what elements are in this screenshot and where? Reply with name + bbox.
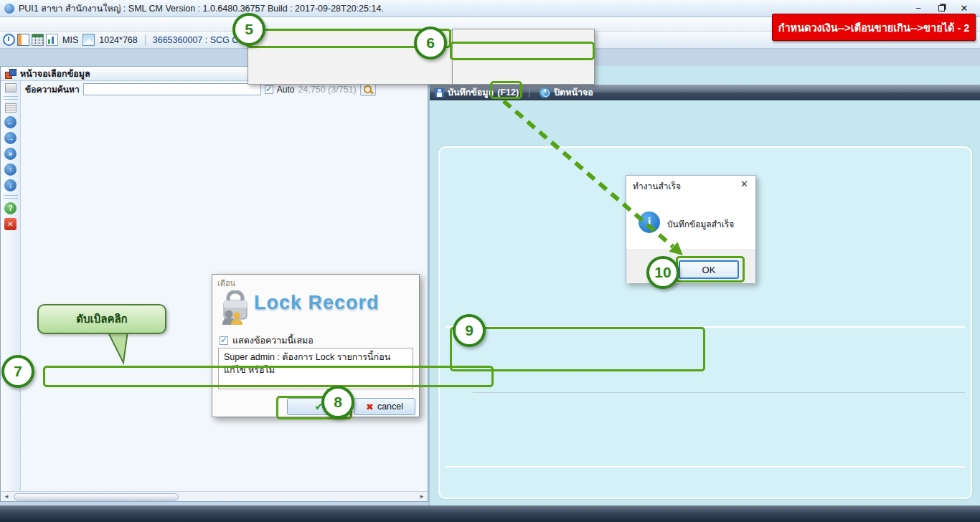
lock-cancel-button[interactable]: ✖cancel: [354, 398, 415, 415]
clock-icon[interactable]: [3, 34, 15, 46]
step-badge-7: 7: [1, 355, 34, 388]
down-icon[interactable]: ↓: [4, 179, 17, 191]
prev-icon[interactable]: ←: [4, 116, 17, 128]
calculator-icon[interactable]: [32, 34, 44, 46]
app-icon: [4, 4, 14, 14]
double-click-tooltip: ดับเบิลคลิก: [37, 304, 166, 334]
toolbar-separator: [145, 34, 146, 46]
panel-title: หน้าจอเลือกข้อมูล: [20, 67, 90, 81]
search-icon: [363, 85, 373, 95]
annotation-box-row: [43, 366, 494, 387]
resolution-label[interactable]: 1024*768: [99, 35, 138, 45]
step-badge-6: 6: [414, 27, 447, 60]
step-badge-10: 10: [646, 256, 679, 289]
minimize-button[interactable]: −: [907, 3, 930, 14]
report-icon[interactable]: [5, 103, 17, 113]
maximize-button[interactable]: [930, 3, 953, 14]
maximize-icon: [938, 5, 945, 11]
lock-dialog-title: เตือน: [217, 277, 235, 290]
annotation-box-ok: [676, 256, 745, 283]
toolbar-divider: [4, 195, 18, 199]
mis-button[interactable]: MIS: [62, 35, 78, 45]
up-icon[interactable]: ↑: [4, 163, 17, 176]
cancel-label: cancel: [377, 402, 403, 412]
step-badge-9: 9: [453, 314, 486, 347]
annotation-box-submenu: [450, 42, 595, 60]
detail-panel: บันทึกข้อมูล (F12) ปิดหน้าจอ: [428, 66, 980, 506]
always-show-row: แสดงข้อความนี้เสมอ: [220, 333, 314, 348]
auto-label: Auto: [277, 85, 295, 95]
more-icon[interactable]: »: [4, 148, 17, 160]
alert-banner: กำหนดวงเงิน-->เตือนขายเกิน-->ขายได้ - 2: [772, 14, 976, 41]
success-message: บันทึกข้อมูลสำเร็จ: [667, 217, 734, 231]
account-label: 3665360007 : SCG Cl: [153, 35, 240, 45]
record-count: 24,750 (3/751): [298, 85, 356, 95]
scroll-left-icon[interactable]: ◄: [1, 493, 12, 500]
status-bar: [0, 506, 980, 522]
always-show-checkbox[interactable]: [220, 336, 228, 345]
mis-chart-icon[interactable]: [46, 34, 58, 46]
window-title: PUI1 สาขา สำนักงานใหญ่ : SML CM Version …: [19, 1, 384, 16]
annotation-box-f12: [490, 81, 522, 99]
grid-header: [21, 98, 429, 110]
step-badge-5: 5: [232, 13, 265, 46]
lock-icon: [217, 290, 250, 327]
dialog-close-icon[interactable]: ✕: [740, 179, 748, 189]
help-icon[interactable]: ?: [4, 202, 17, 214]
grid-side-toolbar: ← → » ↑ ↓ ? ✕: [1, 81, 21, 493]
lock-record-heading: Lock Record: [254, 292, 380, 314]
close-button[interactable]: ✕: [953, 3, 976, 14]
info-icon: i: [639, 212, 660, 233]
step-badge-8: 8: [321, 386, 354, 419]
hierarchy-icon[interactable]: [5, 83, 17, 92]
next-icon[interactable]: →: [4, 132, 17, 144]
annotation-box-credit: [450, 327, 705, 371]
auto-checkbox[interactable]: [265, 85, 273, 94]
search-input[interactable]: [83, 83, 261, 95]
horizontal-scrollbar[interactable]: ◄ ►: [1, 491, 428, 501]
panel-icon: [5, 69, 16, 78]
success-dialog-title: ทำงานสำเร็จ: [633, 179, 681, 193]
layout-icon[interactable]: [17, 34, 29, 46]
always-show-label: แสดงข้อความนี้เสมอ: [232, 333, 314, 348]
resolution-icon[interactable]: [83, 34, 95, 46]
search-label: ข้อความค้นหา: [25, 82, 80, 96]
delete-icon[interactable]: ✕: [4, 218, 17, 230]
cancel-x-icon: ✖: [366, 402, 374, 412]
scrollbar-thumb[interactable]: [14, 493, 179, 500]
scroll-right-icon[interactable]: ►: [416, 493, 428, 500]
toolbar-divider: [4, 96, 18, 100]
